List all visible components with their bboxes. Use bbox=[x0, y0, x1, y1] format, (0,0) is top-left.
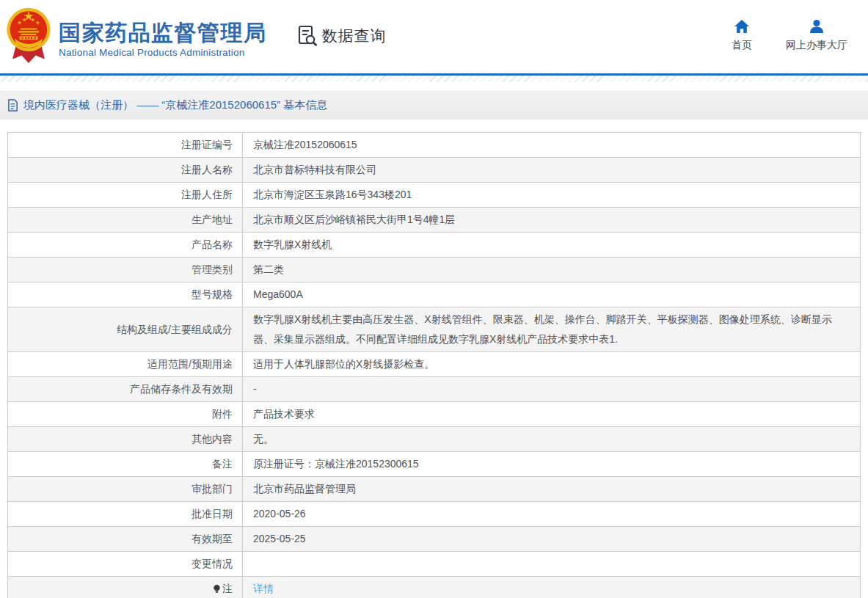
site-subtitle: National Medical Products Administration bbox=[59, 47, 267, 58]
row-value: 北京市海淀区玉泉路16号343楼201 bbox=[243, 183, 861, 208]
row-value: 数字乳腺X射线机主要由高压发生器、X射线管组件、限束器、机架、操作台、脚踏开关、… bbox=[243, 307, 861, 352]
row-value: 无。 bbox=[243, 427, 861, 452]
nav-home-label: 首页 bbox=[732, 39, 752, 52]
row-label: 变更情况 bbox=[8, 552, 243, 577]
data-query-icon bbox=[298, 25, 318, 47]
nav-home[interactable]: 首页 bbox=[732, 19, 752, 52]
table-row: 产品名称 数字乳腺X射线机 bbox=[8, 233, 861, 258]
nav-service-hall-label: 网上办事大厅 bbox=[786, 39, 847, 52]
data-query-label: 数据查询 bbox=[322, 26, 387, 46]
table-row: 注册人名称 北京市普标特科技有限公司 bbox=[8, 158, 861, 183]
row-label: 产品名称 bbox=[8, 233, 243, 258]
data-query-tab[interactable]: 数据查询 bbox=[298, 25, 387, 47]
table-row: 注册人住所 北京市海淀区玉泉路16号343楼201 bbox=[8, 183, 861, 208]
table-row: 结构及组成/主要组成成分 数字乳腺X射线机主要由高压发生器、X射线管组件、限束器… bbox=[8, 307, 861, 352]
row-label: 审批部门 bbox=[8, 477, 243, 502]
row-label: 附件 bbox=[8, 402, 243, 427]
top-nav: 首页 网上办事大厅 bbox=[732, 19, 847, 52]
table-row: 注册证编号 京械注准20152060615 bbox=[8, 133, 861, 158]
row-value: 数字乳腺X射线机 bbox=[243, 233, 861, 258]
row-label: 注册人名称 bbox=[8, 158, 243, 183]
site-title-block: 国家药品监督管理局 National Medical Products Admi… bbox=[59, 13, 267, 58]
table-row: 附件 产品技术要求 bbox=[8, 402, 861, 427]
table-row: 生产地址 北京市顺义区后沙峪镇裕民大街甲1号4幢1层 bbox=[8, 208, 861, 233]
home-icon bbox=[734, 19, 750, 34]
row-label: 批准日期 bbox=[8, 502, 243, 527]
row-label: 适用范围/预期用途 bbox=[8, 352, 243, 377]
row-label: 注册证编号 bbox=[8, 133, 243, 158]
bulb-icon bbox=[213, 584, 221, 594]
row-value: Mega600A bbox=[243, 282, 861, 307]
registration-info-table: 注册证编号 京械注准20152060615 注册人名称 北京市普标特科技有限公司… bbox=[7, 132, 861, 598]
details-link[interactable]: 详情 bbox=[253, 583, 274, 594]
table-row: 批准日期 2020-05-26 bbox=[8, 502, 861, 527]
row-label: 结构及组成/主要组成成分 bbox=[8, 307, 243, 352]
row-label: 有效期至 bbox=[8, 527, 243, 552]
breadcrumb-text: 境内医疗器械（注册） —— “京械注准20152060615” 基本信息 bbox=[23, 98, 327, 112]
table-row: 型号规格 Mega600A bbox=[8, 282, 861, 307]
row-value: 2020-05-26 bbox=[243, 502, 861, 527]
table-row: 管理类别 第二类 bbox=[8, 258, 861, 282]
row-value: 产品技术要求 bbox=[243, 402, 861, 427]
row-label: 备注 bbox=[8, 452, 243, 477]
document-icon bbox=[7, 99, 18, 112]
national-emblem-icon bbox=[6, 6, 51, 65]
row-label: 管理类别 bbox=[8, 258, 243, 282]
row-value: 北京市药品监督管理局 bbox=[243, 477, 861, 502]
table-row: 其他内容 无。 bbox=[8, 427, 861, 452]
site-logo[interactable]: 国家药品监督管理局 National Medical Products Admi… bbox=[6, 6, 267, 65]
row-label-note: 注 bbox=[8, 577, 243, 598]
user-icon bbox=[809, 19, 825, 34]
table-row: 注 详情 bbox=[8, 577, 861, 598]
hatch-stripe bbox=[0, 76, 868, 82]
row-value: 2025-05-25 bbox=[243, 527, 861, 552]
row-label: 其他内容 bbox=[8, 427, 243, 452]
nav-service-hall[interactable]: 网上办事大厅 bbox=[786, 19, 847, 52]
row-value: 北京市普标特科技有限公司 bbox=[243, 158, 861, 183]
row-label: 型号规格 bbox=[8, 282, 243, 307]
row-value: 北京市顺义区后沙峪镇裕民大街甲1号4幢1层 bbox=[243, 208, 861, 233]
row-label: 生产地址 bbox=[8, 208, 243, 233]
row-value: 原注册证号：京械注准20152300615 bbox=[243, 452, 861, 477]
table-row: 备注 原注册证号：京械注准20152300615 bbox=[8, 452, 861, 477]
row-label: 注册人住所 bbox=[8, 183, 243, 208]
site-header: 国家药品监督管理局 National Medical Products Admi… bbox=[0, 0, 868, 73]
row-value: 京械注准20152060615 bbox=[243, 133, 861, 158]
breadcrumb: 境内医疗器械（注册） —— “京械注准20152060615” 基本信息 bbox=[0, 90, 868, 120]
row-value: 适用于人体乳腺部位的X射线摄影检查。 bbox=[243, 352, 861, 377]
table-row: 产品储存条件及有效期 - bbox=[8, 377, 861, 402]
table-row: 审批部门 北京市药品监督管理局 bbox=[8, 477, 861, 502]
table-row: 有效期至 2025-05-25 bbox=[8, 527, 861, 552]
table-row: 变更情况 bbox=[8, 552, 861, 577]
row-value: - bbox=[243, 377, 861, 402]
row-value: 第二类 bbox=[243, 258, 861, 282]
table-row: 适用范围/预期用途 适用于人体乳腺部位的X射线摄影检查。 bbox=[8, 352, 861, 377]
site-title: 国家药品监督管理局 bbox=[59, 21, 267, 45]
note-label: 注 bbox=[222, 583, 233, 594]
row-value bbox=[243, 552, 861, 577]
row-label: 产品储存条件及有效期 bbox=[8, 377, 243, 402]
